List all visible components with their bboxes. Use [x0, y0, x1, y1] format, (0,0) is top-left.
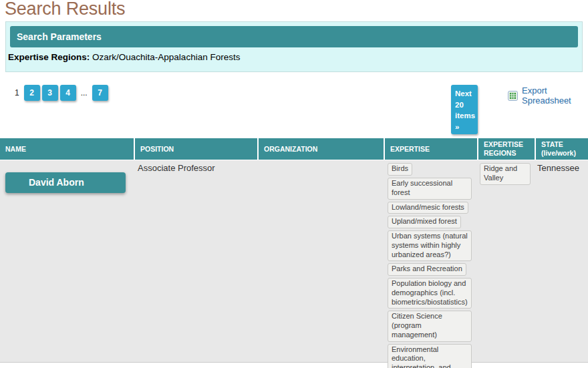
pagination-ellipsis: ...	[78, 88, 90, 98]
expertise-regions-label: Expertise Regions:	[8, 52, 90, 62]
export-spreadsheet-link[interactable]: Export Spreadsheet	[508, 85, 588, 106]
state-cell: Tennessee	[535, 160, 588, 362]
expertise-tag: Citizen Science (program management)	[388, 311, 472, 341]
results-table: NAME POSITION ORGANIZATION EXPERTISE EXP…	[0, 138, 588, 363]
pagination: 1 2 3 4 ... 7	[12, 85, 108, 101]
expertise-tag: Birds	[388, 163, 412, 176]
expertise-tag: Population biology and demographics (inc…	[388, 278, 472, 309]
page-button-2[interactable]: 2	[24, 85, 40, 101]
search-results-page: Search Results Search Parameters Experti…	[0, 0, 588, 368]
expertise-tag: Environmental education, interpretation,…	[388, 344, 472, 368]
column-header-expertise-regions: EXPERTISE REGIONS	[477, 138, 535, 160]
column-header-organization: ORGANIZATION	[257, 138, 384, 160]
organization-cell	[257, 160, 384, 362]
expertise-regions-cell: Ridge and Valley	[477, 160, 535, 362]
column-header-state: STATE (live/work)	[535, 138, 588, 160]
expertise-regions-value: Ozark/Ouachita-Appalachian Forests	[92, 52, 240, 62]
search-parameters-panel: Search Parameters Expertise Regions: Oza…	[5, 21, 583, 72]
page-title: Search Results	[5, 0, 125, 19]
page-button-3[interactable]: 3	[42, 85, 58, 101]
export-spreadsheet-label: Export Spreadsheet	[522, 85, 588, 106]
column-header-name: NAME	[0, 138, 134, 160]
column-header-position: POSITION	[134, 138, 257, 160]
position-cell: Associate Professor	[134, 160, 257, 362]
expertise-tag: Early successional forest	[388, 178, 472, 200]
column-header-expertise: EXPERTISE	[384, 138, 477, 160]
search-parameters-summary: Expertise Regions: Ozark/Ouachita-Appala…	[8, 52, 578, 62]
next-20-items-button[interactable]: Next 20 items »	[451, 85, 478, 134]
page-button-7[interactable]: 7	[92, 85, 108, 101]
expertise-tag: Upland/mixed forest	[388, 216, 461, 228]
result-name-button[interactable]: David Aborn	[5, 172, 126, 193]
page-number-current: 1	[12, 88, 22, 98]
table-header-row: NAME POSITION ORGANIZATION EXPERTISE EXP…	[0, 138, 588, 160]
page-button-4[interactable]: 4	[60, 85, 76, 101]
expertise-tag: Lowland/mesic forests	[388, 202, 468, 214]
expertise-cell: Birds Early successional forest Lowland/…	[384, 160, 477, 362]
table-row: David Aborn Associate Professor Birds Ea…	[0, 160, 588, 363]
expertise-tag: Parks and Recreation	[388, 263, 466, 276]
name-cell: David Aborn	[0, 160, 134, 362]
expertise-region-tag: Ridge and Valley	[480, 163, 531, 185]
spreadsheet-icon	[508, 91, 518, 101]
expertise-tag: Urban systems (natural systems within hi…	[388, 230, 472, 261]
search-parameters-header: Search Parameters	[10, 26, 578, 47]
